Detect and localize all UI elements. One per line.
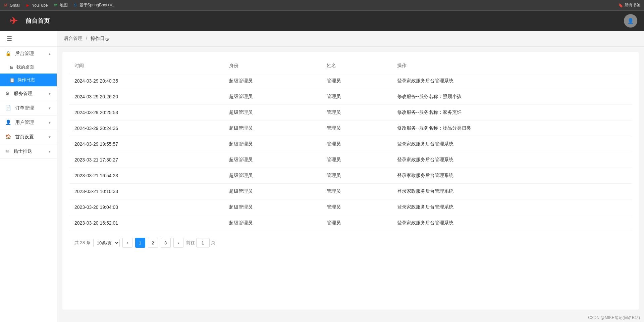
- cell-time-9: 2023-03-20 16:52:01: [69, 215, 224, 231]
- service-chevron: ▼: [48, 92, 51, 96]
- bookmarks-icon: 🔖: [618, 3, 623, 8]
- tab-springboot-label: 基于SpringBoot+V...: [79, 2, 115, 8]
- cell-role-6: 超级管理员: [224, 168, 321, 184]
- app-header: ✈ 前台首页 👤: [0, 11, 644, 31]
- page-2-btn[interactable]: 2: [148, 238, 158, 248]
- cell-name-6: 管理员: [321, 168, 392, 184]
- gmail-favicon: M: [3, 3, 8, 8]
- cell-time-5: 2023-03-21 17:30:27: [69, 152, 224, 168]
- cell-time-3: 2024-03-29 20:24:36: [69, 121, 224, 136]
- menu-toggle[interactable]: ☰: [0, 31, 57, 47]
- pagination-total: 共 28 条: [74, 240, 91, 246]
- sidebar-group-backend-header[interactable]: 🔒 后台管理 ▲: [0, 47, 57, 61]
- table-row: 2024-03-29 20:24:36 超级管理员 管理员 修改服务--服务名称…: [69, 121, 632, 136]
- page-jump-prefix: 前往: [186, 240, 195, 246]
- app-title: 前台首页: [25, 17, 50, 25]
- cell-action-3: 修改服务--服务名称：物品分类归类: [392, 121, 632, 136]
- cell-name-0: 管理员: [321, 73, 392, 89]
- sidebar: ☰ 🔒 后台管理 ▲ 🖥 我的桌面 📋 操作日志: [0, 31, 57, 322]
- cell-name-3: 管理员: [321, 121, 392, 136]
- cell-action-7: 登录家政服务后台管理系统: [392, 184, 632, 199]
- sidebar-group-user-header[interactable]: 👤 用户管理 ▼: [0, 116, 57, 130]
- app-logo: ✈: [7, 14, 20, 28]
- col-name: 姓名: [321, 59, 392, 73]
- col-time: 时间: [69, 59, 224, 73]
- cell-role-3: 超级管理员: [224, 121, 321, 136]
- cell-action-6: 登录家政服务后台管理系统: [392, 168, 632, 184]
- sidebar-group-homepage: 🏠 首页设置 ▼: [0, 130, 57, 144]
- per-page-select[interactable]: 10条/页 20条/页 50条/页: [93, 239, 120, 247]
- sidebar-group-homepage-header[interactable]: 🏠 首页设置 ▼: [0, 130, 57, 144]
- cell-action-2: 修改服务--服务名称：家务烹饪: [392, 105, 632, 121]
- user-chevron: ▼: [48, 121, 51, 125]
- cell-name-9: 管理员: [321, 215, 392, 231]
- sidebar-group-user-label: 用户管理: [15, 120, 34, 125]
- sidebar-group-backend: 🔒 后台管理 ▲ 🖥 我的桌面 📋 操作日志: [0, 47, 57, 87]
- operation-log-table: 时间 身份 姓名 操作 2024-03-29 20:40:35 超级管理员 管理…: [69, 59, 632, 231]
- tab-maps-label: 地图: [60, 2, 68, 8]
- tab-springboot[interactable]: S 基于SpringBoot+V...: [73, 2, 115, 8]
- cell-action-4: 登录家政服务后台管理系统: [392, 136, 632, 152]
- tab-gmail[interactable]: M Gmail: [3, 3, 20, 8]
- breadcrumb-separator: /: [86, 36, 87, 41]
- sidebar-group-service: ⚙ 服务管理 ▼: [0, 87, 57, 101]
- sidebar-group-service-header[interactable]: ⚙ 服务管理 ▼: [0, 87, 57, 101]
- sidebar-group-homepage-label: 首页设置: [15, 134, 34, 139]
- page-jump: 前往 页: [186, 238, 215, 247]
- table-row: 2024-03-29 20:40:35 超级管理员 管理员 登录家政服务后台管理…: [69, 73, 632, 89]
- page-jump-input[interactable]: [196, 238, 210, 247]
- notification-icon: ✉: [5, 148, 9, 154]
- sidebar-group-order-header[interactable]: 📄 订单管理 ▼: [0, 101, 57, 115]
- cell-time-7: 2023-03-21 10:10:33: [69, 184, 224, 199]
- cell-name-5: 管理员: [321, 152, 392, 168]
- service-icon: ⚙: [5, 91, 10, 96]
- cell-name-2: 管理员: [321, 105, 392, 121]
- sidebar-group-order: 📄 订单管理 ▼: [0, 101, 57, 116]
- page-3-btn[interactable]: 3: [161, 238, 171, 248]
- table-row: 2023-03-21 16:54:23 超级管理员 管理员 登录家政服务后台管理…: [69, 168, 632, 184]
- breadcrumb: 后台管理 / 操作日志: [57, 31, 644, 47]
- main-layout: ☰ 🔒 后台管理 ▲ 🖥 我的桌面 📋 操作日志: [0, 31, 644, 322]
- cell-role-4: 超级管理员: [224, 136, 321, 152]
- tab-youtube-label: YouTube: [32, 3, 48, 8]
- footer-text: CSDN @MIKE笔记(同名B站): [588, 315, 640, 320]
- sidebar-group-notification-header[interactable]: ✉ 贴士推送 ▼: [0, 144, 57, 158]
- cell-action-8: 登录家政服务后台管理系统: [392, 199, 632, 215]
- col-role: 身份: [224, 59, 321, 73]
- notification-chevron: ▼: [48, 150, 51, 153]
- tab-youtube[interactable]: ▶ YouTube: [25, 3, 48, 8]
- order-chevron: ▼: [48, 106, 51, 110]
- user-icon: 👤: [5, 120, 11, 125]
- sidebar-group-user: 👤 用户管理 ▼: [0, 116, 57, 130]
- sidebar-item-desktop[interactable]: 🖥 我的桌面: [0, 61, 57, 74]
- cell-name-8: 管理员: [321, 199, 392, 215]
- cell-time-2: 2024-03-29 20:25:53: [69, 105, 224, 121]
- table-row: 2023-03-20 19:04:03 超级管理员 管理员 登录家政服务后台管理…: [69, 199, 632, 215]
- backend-chevron: ▲: [48, 52, 51, 56]
- desktop-icon: 🖥: [9, 65, 14, 70]
- table-row: 2024-03-29 20:26:20 超级管理员 管理员 修改服务--服务名称…: [69, 89, 632, 105]
- cell-name-7: 管理员: [321, 184, 392, 199]
- page-next-btn[interactable]: ›: [173, 238, 183, 248]
- page-jump-suffix: 页: [211, 240, 215, 246]
- user-avatar[interactable]: 👤: [624, 14, 637, 28]
- content-panel: 时间 身份 姓名 操作 2024-03-29 20:40:35 超级管理员 管理…: [62, 52, 639, 310]
- sidebar-item-desktop-label: 我的桌面: [16, 64, 34, 70]
- page-1-btn[interactable]: 1: [135, 238, 145, 248]
- log-icon: 📋: [9, 78, 15, 83]
- sidebar-group-order-label: 订单管理: [15, 105, 34, 110]
- page-prev-btn[interactable]: ‹: [122, 238, 132, 248]
- sidebar-item-operation-log[interactable]: 📋 操作日志: [0, 74, 57, 86]
- main-content: 后台管理 / 操作日志 时间 身份 姓名 操作 2024-03-29: [57, 31, 644, 322]
- tab-maps[interactable]: 🗺 地图: [53, 2, 68, 8]
- cell-name-4: 管理员: [321, 136, 392, 152]
- breadcrumb-parent: 后台管理: [64, 36, 83, 41]
- cell-action-5: 登录家政服务后台管理系统: [392, 152, 632, 168]
- cell-action-1: 修改服务--服务名称：照顾小孩: [392, 89, 632, 105]
- browser-bar: M Gmail ▶ YouTube 🗺 地图 S 基于SpringBoot+V.…: [0, 0, 644, 11]
- table-row: 2023-03-21 10:10:33 超级管理员 管理员 登录家政服务后台管理…: [69, 184, 632, 199]
- table-row: 2024-03-29 20:25:53 超级管理员 管理员 修改服务--服务名称…: [69, 105, 632, 121]
- cell-time-6: 2023-03-21 16:54:23: [69, 168, 224, 184]
- cell-time-0: 2024-03-29 20:40:35: [69, 73, 224, 89]
- bookmarks-label: 所有书签: [625, 2, 641, 8]
